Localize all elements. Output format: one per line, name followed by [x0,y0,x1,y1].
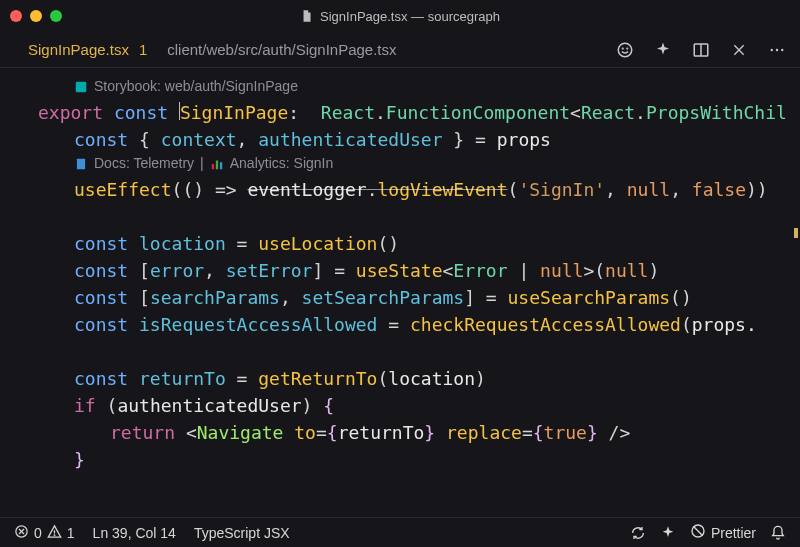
more-icon[interactable] [768,41,786,59]
warning-count: 1 [67,525,75,541]
traffic-lights [10,10,62,22]
window-title-text: SignInPage.tsx — sourcegraph [320,9,500,24]
blank-line [38,203,800,230]
file-icon [300,9,314,23]
prettier-button[interactable]: Prettier [690,523,756,542]
codelens-docs-analytics[interactable]: Docs: Telemetry | Analytics: SignIn [38,153,800,174]
statusbar: 0 1 Ln 39, Col 14 TypeScript JSX Prettie… [0,517,800,547]
statusbar-right: Prettier [630,523,786,542]
sync-icon[interactable] [630,525,646,541]
svg-line-21 [693,526,702,535]
svg-rect-12 [212,164,214,169]
notifications-icon[interactable] [770,525,786,541]
svg-rect-13 [216,160,218,169]
code-line: const returnTo = getReturnTo(location) [38,365,800,392]
codelens-docs-text: Docs: Telemetry [94,153,194,174]
svg-rect-11 [77,158,85,169]
svg-point-9 [781,48,783,50]
tab-actions [616,41,786,59]
close-window-button[interactable] [10,10,22,22]
code-line: const [searchParams, setSearchParams] = … [38,284,800,311]
codelens-storybook[interactable]: Storybook: web/auth/SignInPage [38,76,800,97]
codelens-separator: | [200,153,204,174]
svg-point-0 [618,43,632,57]
blank-line [38,338,800,365]
statusbar-left: 0 1 [14,524,75,542]
editor-tab[interactable]: SignInPage.tsx 1 [0,32,159,67]
minimap-highlight [794,228,798,238]
zoom-window-button[interactable] [50,10,62,22]
code-line: if (authenticatedUser) { [38,392,800,419]
svg-point-2 [627,48,628,49]
code-line: useEffect(() => eventLogger.logViewEvent… [38,176,800,203]
svg-point-7 [771,48,773,50]
language-mode[interactable]: TypeScript JSX [194,525,290,541]
svg-rect-14 [220,162,222,169]
svg-point-1 [622,48,623,49]
smile-icon[interactable] [616,41,634,59]
docs-icon [74,157,88,171]
code-line: const [error, setError] = useState<Error… [38,257,800,284]
tab-modified-badge: 1 [139,41,147,58]
sparkle-status-icon[interactable] [660,525,676,541]
code-line: return <Navigate to={returnTo} replace={… [38,419,800,446]
sparkle-icon[interactable] [654,41,672,59]
close-icon[interactable] [730,41,748,59]
tabs-row: SignInPage.tsx 1 client/web/src/auth/Sig… [0,32,800,68]
code-line: const { context, authenticatedUser } = p… [38,126,800,153]
storybook-icon [74,80,88,94]
code-line: export const SignInPage: React.FunctionC… [38,99,800,126]
editor[interactable]: Storybook: web/auth/SignInPage export co… [0,68,800,517]
titlebar: SignInPage.tsx — sourcegraph [0,0,800,32]
codelens-analytics-text: Analytics: SignIn [230,153,334,174]
svg-rect-10 [76,81,87,92]
breadcrumb[interactable]: client/web/src/auth/SignInPage.tsx [167,41,396,58]
prettier-disabled-icon [690,523,706,542]
codelens-storybook-text: Storybook: web/auth/SignInPage [94,76,298,97]
tab-name: SignInPage.tsx [28,41,129,58]
code-line: const location = useLocation() [38,230,800,257]
warning-icon [47,524,62,542]
cursor-position[interactable]: Ln 39, Col 14 [93,525,176,541]
error-count: 0 [34,525,42,541]
split-editor-icon[interactable] [692,41,710,59]
window-title: SignInPage.tsx — sourcegraph [300,9,500,24]
code-line: } [38,446,800,473]
svg-point-8 [776,48,778,50]
problems-button[interactable]: 0 1 [14,524,75,542]
svg-point-19 [54,534,55,535]
error-icon [14,524,29,542]
prettier-label: Prettier [711,525,756,541]
code-line: const isRequestAccessAllowed = checkRequ… [38,311,800,338]
analytics-icon [210,157,224,171]
minimize-window-button[interactable] [30,10,42,22]
